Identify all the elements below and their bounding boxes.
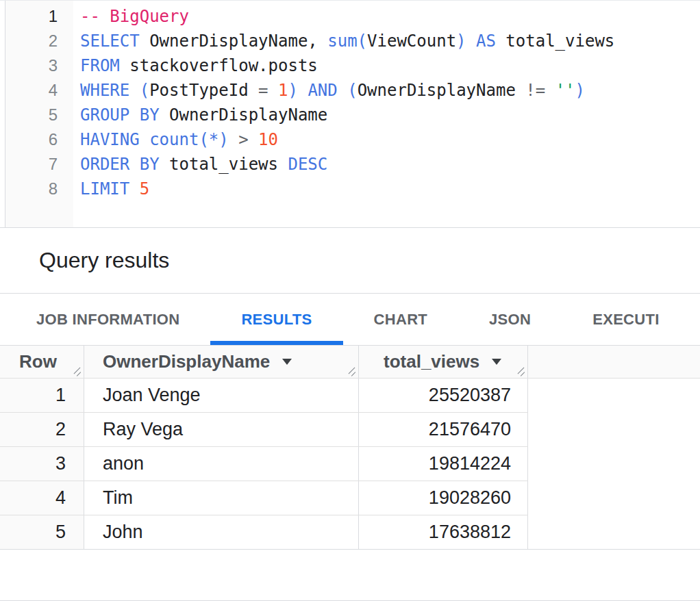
table-row: 3anon19814224 <box>0 447 528 481</box>
code-line[interactable]: WHERE (PostTypeId = 1) AND (OwnerDisplay… <box>80 78 700 103</box>
code-line[interactable]: HAVING count(*) > 10 <box>80 127 700 152</box>
table-row: 5John17638812 <box>0 515 528 549</box>
sql-editor[interactable]: 12345678 -- BigQuerySELECT OwnerDisplayN… <box>0 1 700 228</box>
tab-label: CHART <box>374 311 428 329</box>
code-line[interactable]: -- BigQuery <box>80 4 700 29</box>
query-results-header: Query results <box>0 228 700 294</box>
total-views-cell: 19814224 <box>359 447 528 481</box>
bigquery-results-panel: 12345678 -- BigQuerySELECT OwnerDisplayN… <box>0 0 700 601</box>
line-number: 6 <box>5 127 73 152</box>
line-number: 8 <box>5 177 73 201</box>
table-header-filler <box>528 346 700 378</box>
column-header-ownerdisplayname: OwnerDisplayName <box>84 346 359 378</box>
tab-json[interactable]: JSON <box>458 294 562 345</box>
tab-label: JSON <box>489 311 531 329</box>
owner-display-name-cell: Ray Vega <box>84 413 359 446</box>
tab-job-information[interactable]: JOB INFORMATION <box>5 294 210 345</box>
line-number: 7 <box>5 152 73 177</box>
editor-code[interactable]: -- BigQuerySELECT OwnerDisplayName, sum(… <box>73 1 700 227</box>
tab-label: EXECUTI <box>592 311 659 329</box>
row-index-cell: 5 <box>0 515 84 549</box>
row-index-cell: 3 <box>0 447 84 481</box>
column-label: Row <box>19 351 57 372</box>
column-header-total-views: total_views <box>359 346 528 378</box>
results-empty-area <box>0 550 700 600</box>
column-resize-handle-icon[interactable] <box>515 366 525 376</box>
total-views-cell: 21576470 <box>359 413 528 446</box>
editor-gutter: 12345678 <box>5 1 73 227</box>
column-resize-handle-icon[interactable] <box>346 366 356 376</box>
column-resize-handle-icon[interactable] <box>71 366 82 376</box>
row-index-cell: 1 <box>0 379 84 412</box>
query-results-title: Query results <box>39 248 169 273</box>
table-body: 1Joan Venge255203872Ray Vega215764703ano… <box>0 379 700 550</box>
tab-label: JOB INFORMATION <box>36 311 179 329</box>
column-label: OwnerDisplayName <box>103 351 270 372</box>
results-tabs: JOB INFORMATIONRESULTSCHARTJSONEXECUTI <box>0 294 700 346</box>
tab-chart[interactable]: CHART <box>343 294 459 345</box>
line-number: 3 <box>5 53 73 78</box>
code-line[interactable]: FROM stackoverflow.posts <box>80 53 700 78</box>
code-line[interactable]: ORDER BY total_views DESC <box>80 152 700 177</box>
owner-display-name-cell: John <box>84 515 359 549</box>
row-index-cell: 4 <box>0 481 84 515</box>
tab-label: RESULTS <box>241 311 312 329</box>
table-row: 4Tim19028260 <box>0 481 528 515</box>
line-number: 5 <box>5 103 73 127</box>
owner-display-name-cell: Tim <box>84 481 359 515</box>
code-line[interactable]: LIMIT 5 <box>80 177 700 201</box>
table-row: 2Ray Vega21576470 <box>0 413 528 447</box>
line-number: 1 <box>5 4 73 29</box>
tab-execution-details[interactable]: EXECUTI <box>562 294 690 345</box>
total-views-cell: 25520387 <box>359 379 528 412</box>
table-row: 1Joan Venge25520387 <box>0 379 528 413</box>
code-line[interactable]: GROUP BY OwnerDisplayName <box>80 103 700 127</box>
total-views-cell: 19028260 <box>359 481 528 515</box>
owner-display-name-cell: anon <box>84 447 359 481</box>
editor-left-edge <box>0 1 5 227</box>
column-dropdown-icon[interactable] <box>492 359 501 365</box>
column-dropdown-icon[interactable] <box>282 359 292 365</box>
total-views-cell: 17638812 <box>359 515 528 549</box>
owner-display-name-cell: Joan Venge <box>84 379 359 412</box>
table-header: RowOwnerDisplayNametotal_views <box>0 346 700 379</box>
column-header-row: Row <box>0 346 84 378</box>
tab-results[interactable]: RESULTS <box>210 294 342 345</box>
line-number: 4 <box>5 78 73 103</box>
code-line[interactable]: SELECT OwnerDisplayName, sum(ViewCount) … <box>80 29 700 53</box>
column-label: total_views <box>384 351 479 372</box>
active-tab-indicator <box>210 341 342 345</box>
row-index-cell: 2 <box>0 413 84 446</box>
line-number: 2 <box>5 29 73 53</box>
